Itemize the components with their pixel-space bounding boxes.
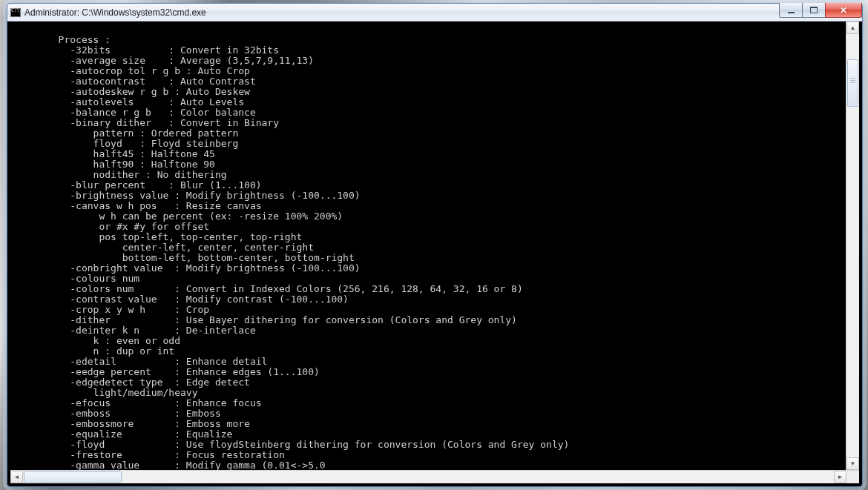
window-controls: ✕ xyxy=(780,3,862,18)
maximize-button[interactable] xyxy=(802,3,826,18)
scroll-down-button[interactable]: ▼ xyxy=(846,457,859,470)
cmd-icon xyxy=(10,8,21,17)
window-title: Administrator: C:\Windows\system32\cmd.e… xyxy=(24,7,206,18)
minimize-button[interactable] xyxy=(779,3,803,18)
minimize-icon xyxy=(788,12,795,13)
vertical-scroll-track[interactable] xyxy=(846,34,859,457)
close-button[interactable]: ✕ xyxy=(825,3,862,18)
horizontal-scrollbar[interactable]: ◄ ► xyxy=(10,470,859,483)
cmd-window: Administrator: C:\Windows\system32\cmd.e… xyxy=(7,3,863,487)
terminal-output: Process : -32bits : Convert in 32bits -a… xyxy=(10,21,859,471)
horizontal-scroll-thumb[interactable] xyxy=(24,471,122,483)
terminal-client-area[interactable]: Process : -32bits : Convert in 32bits -a… xyxy=(10,21,859,470)
close-icon: ✕ xyxy=(840,5,847,16)
vertical-scroll-thumb[interactable] xyxy=(847,59,858,107)
scroll-left-button[interactable]: ◄ xyxy=(10,471,23,483)
titlebar[interactable]: Administrator: C:\Windows\system32\cmd.e… xyxy=(7,4,862,21)
size-grip[interactable] xyxy=(846,471,859,483)
maximize-icon xyxy=(810,7,818,13)
vertical-scrollbar[interactable]: ▲ ▼ xyxy=(846,21,859,470)
scroll-up-button[interactable]: ▲ xyxy=(846,21,859,34)
scroll-right-button[interactable]: ► xyxy=(834,471,846,483)
